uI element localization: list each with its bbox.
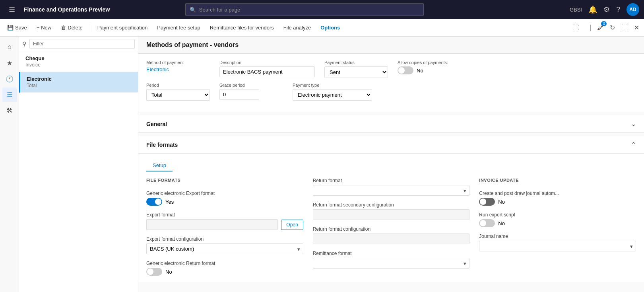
- grace-period-label: Grace period: [219, 83, 283, 88]
- grace-period-input[interactable]: [219, 89, 259, 100]
- method-of-payment-value[interactable]: Electronic: [146, 66, 210, 72]
- sidebar-workspace-icon[interactable]: 🛠: [2, 103, 17, 118]
- run-export-text: No: [498, 220, 505, 226]
- search-input[interactable]: [199, 7, 419, 13]
- file-formats-collapse-icon: ⌃: [631, 141, 636, 148]
- ff-column-1: FILE FORMATS Generic electronic Export f…: [146, 178, 303, 276]
- help-icon[interactable]: ?: [616, 6, 620, 14]
- export-format-config-select[interactable]: BACS (UK custom): [146, 243, 303, 254]
- journal-name-select[interactable]: [479, 241, 636, 251]
- payment-type-select[interactable]: Electronic payment Check Wire transfer: [293, 89, 372, 101]
- return-format-select[interactable]: [313, 185, 470, 196]
- sidebar-icons: ⌂ ★ 🕐 ☰ 🛠: [0, 37, 19, 292]
- generic-return-text: No: [165, 269, 172, 275]
- plus-icon: +: [37, 25, 40, 31]
- return-format-sec-config-input[interactable]: [313, 209, 470, 220]
- run-export-toggle[interactable]: [479, 219, 495, 227]
- list-item-selected[interactable]: Electronic Total: [19, 72, 138, 93]
- settings-icon[interactable]: ⚙: [603, 5, 610, 14]
- payment-type-field: Payment type Electronic payment Check Wi…: [293, 83, 372, 101]
- filter-input[interactable]: [29, 39, 135, 49]
- generic-export-label: Generic electronic Export format: [146, 191, 303, 196]
- return-format-config-field: Return format configuration: [313, 226, 470, 244]
- generic-export-field: Generic electronic Export format Yes: [146, 191, 303, 206]
- delete-icon: 🗑: [61, 25, 66, 31]
- journal-name-wrap: [479, 241, 636, 251]
- search-icon: 🔍: [190, 7, 196, 13]
- form-top: Method of payment Electronic Description…: [138, 54, 644, 112]
- return-format-label: Return format: [313, 178, 470, 183]
- user-avatar[interactable]: AD: [627, 3, 639, 16]
- remittance-format-wrap: [313, 258, 470, 269]
- return-format-wrap: [313, 185, 470, 196]
- description-input[interactable]: [219, 66, 315, 77]
- form-row-2: Period Total Invoice Day Week Month Grac…: [146, 83, 636, 101]
- personalize-icon[interactable]: ⛶: [571, 23, 580, 33]
- save-button[interactable]: 💾 Save: [3, 23, 31, 32]
- list-item[interactable]: Cheque Invoice: [19, 51, 138, 72]
- payment-fee-button[interactable]: Payment fee setup: [153, 23, 204, 32]
- general-section-header[interactable]: General ⌄: [138, 115, 644, 133]
- top-nav-right: GBSI 🔔 ⚙ ? AD: [570, 3, 639, 16]
- allow-copies-toggle-row: No: [398, 66, 461, 74]
- sidebar-home-icon[interactable]: ⌂: [2, 40, 17, 54]
- list-panel: ⚲ Cheque Invoice Electronic Total: [19, 37, 138, 292]
- sidebar-list-icon[interactable]: ☰: [2, 88, 17, 102]
- payment-status-select[interactable]: Sent Received None Error: [324, 66, 388, 78]
- close-icon[interactable]: ✕: [632, 22, 641, 33]
- new-button[interactable]: + New: [33, 23, 56, 32]
- app-title: Finance and Operations Preview: [24, 6, 110, 13]
- period-select[interactable]: Total Invoice Day Week Month: [146, 89, 210, 101]
- method-of-payment-label: Method of payment: [146, 60, 210, 65]
- remittance-format-select[interactable]: [313, 258, 470, 269]
- list-items: Cheque Invoice Electronic Total: [19, 51, 138, 292]
- item-sub-electronic: Total: [27, 83, 132, 88]
- export-format-config-label: Export format configuration: [146, 236, 303, 242]
- return-format-sec-config-field: Return format secondary configuration: [313, 202, 470, 220]
- generic-return-toggle[interactable]: [146, 268, 162, 276]
- allow-copies-toggle[interactable]: [398, 66, 413, 74]
- detail-panel: Methods of payment - vendors Method of p…: [138, 37, 644, 292]
- save-icon: 💾: [7, 25, 14, 31]
- item-name-electronic: Electronic: [27, 76, 132, 82]
- ff-column-2: Return format Return format secondary co…: [313, 178, 470, 276]
- file-formats-section-header[interactable]: File formats ⌃: [138, 136, 644, 154]
- remittance-format-field: Remittance format: [313, 251, 470, 269]
- notification-badge-icon[interactable]: 0 🖉: [596, 23, 605, 33]
- detail-title: Methods of payment - vendors: [146, 41, 636, 49]
- create-post-toggle[interactable]: [479, 198, 495, 206]
- return-format-config-input[interactable]: [313, 234, 470, 244]
- sidebar-recent-icon[interactable]: 🕐: [2, 72, 17, 86]
- general-section-title: General: [146, 121, 167, 127]
- general-section: General ⌄: [138, 115, 644, 133]
- payment-spec-button[interactable]: Payment specification: [93, 23, 151, 32]
- refresh-icon[interactable]: ↻: [608, 22, 617, 33]
- top-nav: ☰ Finance and Operations Preview 🔍 GBSI …: [0, 0, 644, 19]
- description-label: Description: [219, 60, 315, 65]
- hamburger-menu-icon[interactable]: ☰: [5, 2, 19, 17]
- grace-period-field: Grace period: [219, 83, 283, 101]
- return-format-sec-config-label: Return format secondary configuration: [313, 202, 470, 208]
- return-format-field: Return format: [313, 178, 470, 196]
- options-button[interactable]: Options: [316, 23, 344, 32]
- generic-export-toggle[interactable]: [146, 198, 162, 206]
- sidebar-favorites-icon[interactable]: ★: [2, 56, 17, 70]
- notification-icon[interactable]: 🔔: [588, 5, 597, 14]
- fullscreen-icon[interactable]: ⛶: [620, 23, 629, 33]
- setup-tab[interactable]: Setup: [146, 160, 173, 171]
- export-format-field: Export format Open: [146, 212, 303, 230]
- method-of-payment-field: Method of payment Electronic: [146, 60, 210, 78]
- generic-return-toggle-row: No: [146, 268, 303, 276]
- delete-button[interactable]: 🗑 Delete: [57, 23, 87, 32]
- file-analyze-button[interactable]: File analyze: [279, 23, 315, 32]
- open-button[interactable]: Open: [281, 220, 303, 230]
- export-format-input[interactable]: [146, 219, 278, 230]
- remittance-button[interactable]: Remittance files for vendors: [206, 23, 278, 32]
- form-row-1: Method of payment Electronic Description…: [146, 60, 636, 78]
- search-bar: 🔍: [185, 3, 424, 16]
- create-post-label: Create and post draw journal autom...: [479, 191, 636, 196]
- panel-icon[interactable]: ⎹: [584, 23, 592, 33]
- run-export-label: Run export script: [479, 212, 636, 218]
- remittance-format-label: Remittance format: [313, 251, 470, 256]
- generic-export-toggle-row: Yes: [146, 198, 303, 206]
